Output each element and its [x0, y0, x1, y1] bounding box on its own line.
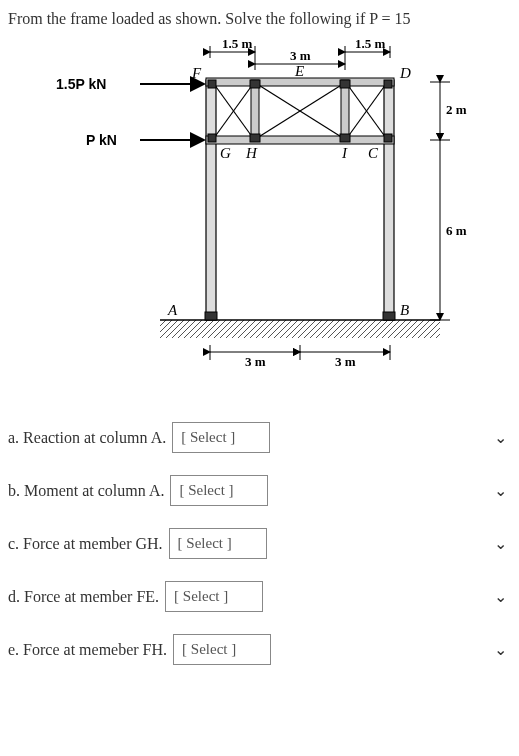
pt-F: F	[191, 65, 202, 81]
svg-rect-22	[205, 312, 217, 320]
svg-rect-7	[341, 80, 349, 140]
dim-bot-left: 3 m	[245, 354, 266, 369]
question-d: d. Force at member FE. [ Select ] ⌄	[8, 581, 511, 612]
question-c-select[interactable]: [ Select ]	[169, 528, 267, 559]
pt-B: B	[400, 302, 409, 318]
problem-statement: From the frame loaded as shown. Solve th…	[8, 8, 511, 30]
svg-rect-17	[384, 80, 392, 88]
frame-diagram: 1.5 m 3 m E 1.5 m 2 m 6 m 3 m 3 m 1.5P k…	[50, 40, 470, 400]
dim-top-left: 1.5 m	[222, 40, 253, 51]
svg-rect-15	[250, 80, 260, 88]
svg-rect-19	[250, 134, 260, 142]
svg-rect-18	[208, 134, 216, 142]
question-e-label: e. Force at memeber FH.	[8, 641, 167, 659]
load-upper: 1.5P kN	[56, 76, 106, 92]
chevron-down-icon[interactable]: ⌄	[494, 534, 511, 553]
question-b-select[interactable]: [ Select ]	[170, 475, 268, 506]
load-lower: P kN	[86, 132, 117, 148]
dim-right-upper: 2 m	[446, 102, 467, 117]
question-e: e. Force at memeber FH. [ Select ] ⌄	[8, 634, 511, 665]
question-c: c. Force at member GH. [ Select ] ⌄	[8, 528, 511, 559]
question-e-select[interactable]: [ Select ]	[173, 634, 271, 665]
svg-rect-3	[384, 80, 394, 320]
label-E: E	[294, 63, 304, 79]
dim-bot-right: 3 m	[335, 354, 356, 369]
question-d-label: d. Force at member FE.	[8, 588, 159, 606]
chevron-down-icon[interactable]: ⌄	[494, 640, 511, 659]
svg-rect-23	[383, 312, 395, 320]
dim-top-right: 1.5 m	[355, 40, 386, 51]
question-d-select[interactable]: [ Select ]	[165, 581, 263, 612]
pt-D: D	[399, 65, 411, 81]
svg-rect-14	[208, 80, 216, 88]
svg-rect-16	[340, 80, 350, 88]
pt-I: I	[341, 145, 348, 161]
pt-A: A	[167, 302, 178, 318]
svg-rect-21	[384, 134, 392, 142]
svg-rect-5	[206, 136, 394, 144]
question-b-label: b. Moment at column A.	[8, 482, 164, 500]
pt-G: G	[220, 145, 231, 161]
pt-H: H	[245, 145, 258, 161]
question-a: a. Reaction at column A. [ Select ] ⌄	[8, 422, 511, 453]
question-a-select[interactable]: [ Select ]	[172, 422, 270, 453]
dim-right-lower: 6 m	[446, 223, 467, 238]
svg-rect-2	[206, 80, 216, 320]
pt-C: C	[368, 145, 379, 161]
chevron-down-icon[interactable]: ⌄	[494, 428, 511, 447]
svg-rect-20	[340, 134, 350, 142]
question-b: b. Moment at column A. [ Select ] ⌄	[8, 475, 511, 506]
svg-rect-4	[206, 78, 394, 86]
chevron-down-icon[interactable]: ⌄	[494, 481, 511, 500]
question-a-label: a. Reaction at column A.	[8, 429, 166, 447]
svg-rect-6	[251, 80, 259, 140]
chevron-down-icon[interactable]: ⌄	[494, 587, 511, 606]
svg-rect-0	[160, 320, 440, 338]
dim-top-mid: 3 m	[290, 48, 311, 63]
question-c-label: c. Force at member GH.	[8, 535, 163, 553]
